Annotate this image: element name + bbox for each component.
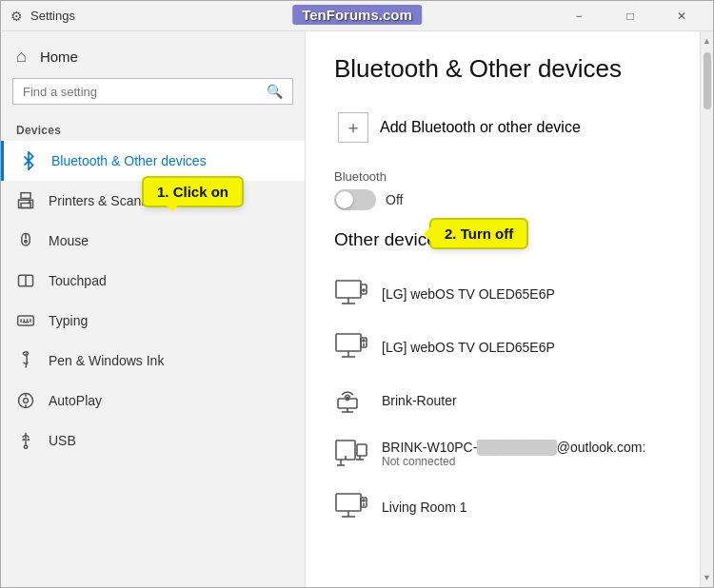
svg-rect-34 — [336, 334, 361, 351]
page-title: Bluetooth & Other devices — [334, 54, 671, 84]
sidebar-item-touchpad[interactable]: Touchpad — [1, 261, 305, 301]
home-icon: ⌂ — [16, 47, 27, 67]
scrollbar[interactable]: ▲ ▼ — [700, 31, 713, 587]
sidebar-item-usb-label: USB — [49, 433, 76, 448]
livingroom-icon — [334, 490, 368, 524]
svg-point-33 — [363, 289, 365, 291]
bluetooth-section-label: Bluetooth — [334, 169, 671, 184]
svg-point-55 — [363, 500, 365, 501]
close-button[interactable]: ✕ — [660, 1, 704, 31]
sidebar-item-autoplay[interactable]: AutoPlay — [1, 381, 305, 421]
device-name-pc: BRINK-W10PC-████████@outlook.com: — [382, 440, 671, 455]
device-name-lg1: [LG] webOS TV OLED65E6P — [382, 286, 671, 302]
svg-rect-28 — [336, 281, 361, 298]
sidebar-item-bluetooth[interactable]: Bluetooth & Other devices — [1, 141, 305, 181]
svg-point-3 — [29, 202, 30, 204]
bluetooth-status: Off — [386, 192, 403, 207]
autoplay-icon — [16, 391, 37, 410]
tv-icon-2 — [334, 330, 368, 364]
usb-icon — [16, 431, 37, 450]
svg-rect-0 — [21, 193, 30, 199]
bluetooth-section: Bluetooth Off — [334, 169, 671, 210]
sidebar-item-mouse-label: Mouse — [49, 233, 89, 248]
scroll-up-arrow[interactable]: ▲ — [700, 33, 713, 49]
add-device-label: Add Bluetooth or other device — [380, 119, 581, 136]
sidebar-item-mouse[interactable]: Mouse — [1, 221, 305, 261]
sidebar-item-pen-label: Pen & Windows Ink — [49, 353, 164, 368]
minimize-button[interactable]: − — [557, 1, 601, 31]
typing-icon — [16, 311, 37, 330]
scroll-down-arrow[interactable]: ▼ — [700, 570, 713, 585]
device-info-pc: BRINK-W10PC-████████@outlook.com: Not co… — [382, 440, 671, 468]
pc-icon — [334, 437, 368, 471]
window-controls: − □ ✕ — [557, 1, 704, 31]
sidebar: ⌂ Home 🔍 Devices Bluetooth & Other devic… — [1, 31, 306, 587]
svg-point-6 — [25, 241, 28, 244]
sidebar-item-typing-label: Typing — [49, 313, 88, 328]
search-icon: 🔍 — [267, 84, 283, 99]
sidebar-item-bluetooth-label: Bluetooth & Other devices — [51, 153, 207, 168]
maximize-button[interactable]: □ — [608, 1, 652, 31]
device-name-router: Brink-Router — [382, 393, 671, 408]
plus-icon: ＋ — [338, 112, 368, 143]
watermark: TenForums.com — [292, 5, 422, 25]
device-item-pc[interactable]: BRINK-W10PC-████████@outlook.com: Not co… — [334, 427, 671, 480]
sidebar-item-typing[interactable]: Typing — [1, 301, 305, 341]
sidebar-item-pen[interactable]: Pen & Windows Ink — [1, 341, 305, 381]
add-device-button[interactable]: ＋ Add Bluetooth or other device — [334, 107, 671, 148]
devices-section-label: Devices — [1, 120, 305, 141]
device-info-lg2: [LG] webOS TV OLED65E6P — [382, 340, 671, 355]
settings-icon: ⚙ — [10, 9, 23, 24]
bluetooth-icon — [19, 151, 40, 170]
mouse-icon — [16, 231, 37, 250]
svg-rect-9 — [18, 316, 34, 325]
router-icon — [334, 383, 368, 418]
svg-rect-45 — [357, 444, 367, 456]
touchpad-icon — [16, 271, 37, 290]
sidebar-search-box[interactable]: 🔍 — [12, 78, 293, 105]
scroll-thumb[interactable] — [704, 52, 711, 109]
callout-click-on: 1. Click on — [142, 176, 244, 207]
device-name-lg2: [LG] webOS TV OLED65E6P — [382, 340, 671, 355]
svg-rect-2 — [21, 204, 30, 208]
device-info-router: Brink-Router — [382, 393, 671, 408]
svg-point-21 — [24, 445, 27, 448]
device-item-router[interactable]: Brink-Router — [334, 374, 671, 427]
sidebar-item-home[interactable]: ⌂ Home — [1, 31, 305, 78]
device-info-lg1: [LG] webOS TV OLED65E6P — [382, 286, 671, 302]
printers-icon — [16, 191, 37, 210]
callout-turn-off: 2. Turn off — [429, 218, 528, 249]
svg-rect-51 — [336, 494, 361, 511]
svg-point-43 — [347, 398, 349, 401]
bluetooth-toggle[interactable] — [334, 189, 376, 210]
svg-point-17 — [24, 399, 29, 403]
device-info-livingroom: Living Room 1 — [382, 500, 671, 515]
device-item-lg1[interactable]: [LG] webOS TV OLED65E6P — [334, 267, 671, 321]
search-input[interactable] — [23, 85, 267, 99]
svg-point-38 — [363, 340, 365, 342]
tv-icon-1 — [334, 277, 368, 311]
bluetooth-toggle-row: Off — [334, 189, 671, 210]
toggle-knob — [336, 191, 353, 208]
device-status-pc: Not connected — [382, 455, 671, 468]
sidebar-item-autoplay-label: AutoPlay — [49, 393, 102, 408]
main-panel: Bluetooth & Other devices ＋ Add Bluetoot… — [306, 31, 700, 587]
sidebar-item-touchpad-label: Touchpad — [49, 273, 107, 288]
device-item-livingroom[interactable]: Living Room 1 — [334, 480, 671, 534]
device-item-lg2[interactable]: [LG] webOS TV OLED65E6P — [334, 321, 671, 374]
sidebar-item-usb[interactable]: USB — [1, 421, 305, 461]
sidebar-home-label: Home — [40, 49, 78, 65]
pen-icon — [16, 351, 37, 370]
device-name-livingroom: Living Room 1 — [382, 500, 671, 515]
